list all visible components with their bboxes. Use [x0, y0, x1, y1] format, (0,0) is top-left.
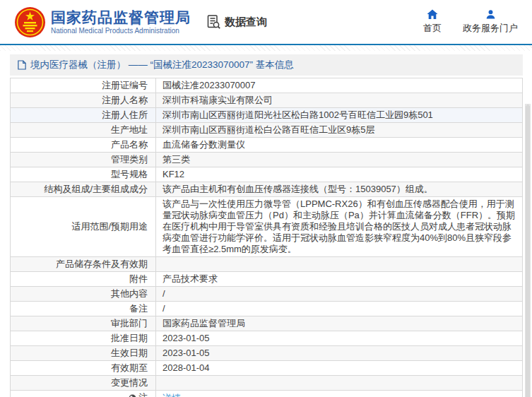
- nav-home-label: 首页: [423, 22, 442, 35]
- logo-text: 国家药品监督管理局 National Medical Products Admi…: [51, 8, 191, 35]
- table-row: 注册人名称 深圳市科瑞康实业有限公司: [11, 93, 523, 108]
- row-label-text: 附件: [129, 273, 148, 285]
- table-row: 注册人住所 深圳市南山区西丽街道阳光社区松白路1002号百旺信工业园9栋501: [11, 108, 523, 123]
- table-row: 批准日期 2023-01-05: [11, 331, 523, 346]
- row-label-text: 变更情况: [111, 377, 148, 389]
- row-value: /: [156, 302, 523, 316]
- row-label: 生产地址: [11, 123, 156, 138]
- table-row: 结构及组成/主要组成成分 该产品由主机和有创血压传感器连接线（型号：150390…: [11, 182, 523, 197]
- row-label-text: 适用范围/预期用途: [71, 221, 148, 232]
- table-row: 型号规格 KF12: [11, 167, 523, 182]
- row-label-text: 审批部门: [111, 318, 148, 329]
- row-label-text: 管理类别: [111, 154, 148, 165]
- row-label-text: 注册人住所: [102, 109, 148, 121]
- row-label: 适用范围/预期用途: [11, 197, 156, 257]
- row-label: 变更情况: [11, 376, 156, 391]
- user-icon: [485, 9, 496, 20]
- table-row: 变更情况: [11, 376, 523, 391]
- row-label: 其他内容: [11, 287, 156, 302]
- row-value: 2023-01-05: [156, 346, 523, 361]
- scrollbar-thumb[interactable]: [526, 105, 530, 397]
- table-row: 附件 产品技术要求: [11, 272, 523, 287]
- row-value: 2023-01-05: [156, 331, 523, 346]
- page: 国家药品监督管理局 National Medical Products Admi…: [0, 0, 532, 397]
- row-label-text: 备注: [129, 303, 148, 314]
- row-value: KF12: [156, 167, 523, 182]
- nmpa-logo[interactable]: 国家药品监督管理局 National Medical Products Admi…: [14, 6, 191, 38]
- row-label: 生效日期: [11, 346, 156, 361]
- row-label-text: 注册证编号: [102, 80, 148, 91]
- table-row: 备注 /: [11, 302, 523, 316]
- row-label: 备注: [11, 302, 156, 316]
- row-label-text: 型号规格: [111, 169, 148, 180]
- site-title: 国家药品监督管理局: [51, 8, 191, 26]
- table-row: 适用范围/预期用途 该产品与一次性使用压力微导管（LPPMC-RX26）和有创血…: [11, 197, 523, 257]
- row-value: 血流储备分数测量仪: [156, 138, 523, 153]
- data-query-label: 数据查询: [225, 16, 267, 29]
- info-table-body: 注册证编号 国械注准20233070007 注册人名称 深圳市科瑞康实业有限公司…: [11, 78, 523, 397]
- row-label-text: 批准日期: [111, 333, 148, 344]
- data-query-nav[interactable]: 数据查询: [206, 14, 267, 30]
- row-label: 结构及组成/主要组成成分: [11, 182, 156, 197]
- site-subtitle: National Medical Products Administration: [51, 26, 191, 35]
- row-label: 产品储存条件及有效期: [11, 257, 156, 272]
- row-label-text: 有效期至: [111, 362, 148, 374]
- row-label: 型号规格: [11, 167, 156, 182]
- row-label: 批准日期: [11, 331, 156, 346]
- table-row: 生产地址 深圳市南山区西丽街道松白公路百旺信工业区9栋5层: [11, 123, 523, 138]
- row-label-text: 其他内容: [111, 288, 148, 300]
- document-icon: [18, 60, 26, 70]
- row-label-text: 生效日期: [111, 348, 148, 359]
- row-label-text: 注: [138, 392, 148, 397]
- row-value: /: [156, 287, 523, 302]
- china-national-emblem-icon: [14, 6, 46, 38]
- row-label: 注册人住所: [11, 108, 156, 123]
- row-value: 产品技术要求: [156, 272, 523, 287]
- site-header: 国家药品监督管理局 National Medical Products Admi…: [0, 0, 532, 44]
- home-icon: [427, 9, 438, 20]
- row-value: [156, 257, 523, 272]
- row-value: 深圳市科瑞康实业有限公司: [156, 93, 523, 108]
- breadcrumb: 境内医疗器械（注册） —— “国械注准20233070007” 基本信息: [10, 54, 523, 76]
- row-value: 深圳市南山区西丽街道松白公路百旺信工业区9栋5层: [156, 123, 523, 138]
- table-row: 产品储存条件及有效期: [11, 257, 523, 272]
- main-content: 境内医疗器械（注册） —— “国械注准20233070007” 基本信息 注册证…: [0, 51, 532, 397]
- row-label-text: 生产地址: [111, 124, 148, 136]
- row-label: 产品名称: [11, 138, 156, 153]
- row-label: 管理类别: [11, 153, 156, 167]
- breadcrumb-text: 境内医疗器械（注册） —— “国械注准20233070007” 基本信息: [30, 59, 294, 71]
- table-row: 生效日期 2023-01-05: [11, 346, 523, 361]
- detail-link[interactable]: 详情: [162, 393, 181, 397]
- row-value: 该产品与一次性使用压力微导管（LPPMC-RX26）和有创血压传感器配合使用，用…: [156, 197, 523, 257]
- table-row: 管理类别 第三类: [11, 153, 523, 167]
- row-value: 该产品由主机和有创血压传感器连接线（型号：15039057）组成。: [156, 182, 523, 197]
- document-search-icon: [206, 14, 221, 30]
- row-label: 注: [11, 391, 156, 397]
- row-label: 审批部门: [11, 316, 156, 331]
- nav-gov-portal[interactable]: 政务服务门户: [463, 9, 518, 35]
- nav-home[interactable]: 首页: [423, 9, 442, 35]
- row-label-text: 注册人名称: [102, 95, 148, 106]
- row-label-text: 产品名称: [111, 139, 148, 150]
- row-label: 附件: [11, 272, 156, 287]
- table-row: 产品名称 血流储备分数测量仪: [11, 138, 523, 153]
- row-value: 2028-01-04: [156, 361, 523, 376]
- row-label-text: 结构及组成/主要组成成分: [44, 184, 148, 195]
- row-value: 国械注准20233070007: [156, 78, 523, 93]
- table-row: 注册证编号 国械注准20233070007: [11, 78, 523, 93]
- row-label: 注册人名称: [11, 93, 156, 108]
- row-label-text: 产品储存条件及有效期: [56, 259, 148, 270]
- table-row: 其他内容 /: [11, 287, 523, 302]
- vertical-scrollbar[interactable]: [525, 104, 531, 397]
- row-value: 详情: [156, 391, 523, 397]
- info-table: 注册证编号 国械注准20233070007 注册人名称 深圳市科瑞康实业有限公司…: [10, 78, 523, 397]
- row-value: 国家药品监督管理局: [156, 316, 523, 331]
- row-label: 有效期至: [11, 361, 156, 376]
- table-row: 注 详情: [11, 391, 523, 397]
- row-value: 第三类: [156, 153, 523, 167]
- nav-gov-portal-label: 政务服务门户: [463, 22, 518, 35]
- row-label: 注册证编号: [11, 78, 156, 93]
- row-value: [156, 376, 523, 391]
- note-icon: [129, 394, 136, 397]
- row-value: 深圳市南山区西丽街道阳光社区松白路1002号百旺信工业园9栋501: [156, 108, 523, 123]
